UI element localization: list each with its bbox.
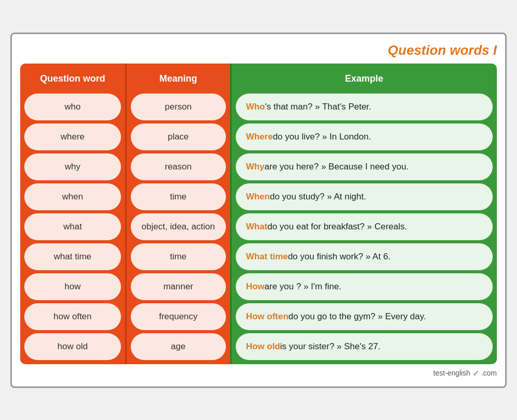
example-pill: How are you ? » I'm fine. xyxy=(236,273,493,300)
meaning-pill: person xyxy=(131,94,226,120)
question-word-pill: who xyxy=(24,94,121,120)
question-word-pill: what time xyxy=(24,243,121,270)
example-pill: Who's that man? » That's Peter. xyxy=(236,94,493,120)
meaning-column: Meaning personplacereasontimeobject, ide… xyxy=(125,64,230,364)
question-word-pill: where xyxy=(24,123,121,150)
meaning-pill: frequency xyxy=(131,303,226,330)
question-word-pill: how xyxy=(24,273,121,300)
example-column: Example Who's that man? » That's Peter.W… xyxy=(230,64,497,364)
meaning-pill: object, idea, action xyxy=(131,213,226,240)
question-word-pill: when xyxy=(24,183,121,210)
meaning-pill: manner xyxy=(131,273,226,300)
question-word-pill: how often xyxy=(24,303,121,330)
meaning-pill: age xyxy=(131,333,226,360)
example-pill: How often do you go to the gym? » Every … xyxy=(236,303,493,330)
main-card: Question words I Question word whowherew… xyxy=(10,33,507,388)
question-word-header: Question word xyxy=(24,68,121,90)
meaning-header: Meaning xyxy=(131,68,226,90)
table: Question word whowherewhywhenwhatwhat ti… xyxy=(20,64,497,364)
example-header: Example xyxy=(236,68,493,90)
example-question-word: Where xyxy=(246,132,273,142)
example-question-word: Why xyxy=(246,162,265,172)
check-icon: ✓ xyxy=(473,368,479,378)
meaning-pill: reason xyxy=(131,153,226,180)
footer: test-english✓.com xyxy=(20,368,497,378)
meaning-pill: time xyxy=(131,243,226,270)
meaning-pill: place xyxy=(131,123,226,150)
example-pill: What do you eat for breakfast? » Cereals… xyxy=(236,213,493,240)
question-word-column: Question word whowherewhywhenwhatwhat ti… xyxy=(20,64,125,364)
example-pill: What time do you finish work? » At 6. xyxy=(236,243,493,270)
question-word-pill: how old xyxy=(24,333,121,360)
example-pill: Where do you live? » In London. xyxy=(236,123,493,150)
example-question-word: How often xyxy=(246,312,288,322)
example-pill: Why are you here? » Because I need you. xyxy=(236,153,493,180)
example-question-word: How xyxy=(246,282,265,292)
footer-text: test-english xyxy=(433,369,470,377)
example-question-word: What time xyxy=(246,252,288,262)
question-word-pill: what xyxy=(24,213,121,240)
example-question-word: Who xyxy=(246,102,265,112)
example-pill: How old is your sister? » She's 27. xyxy=(236,333,493,360)
footer-domain: .com xyxy=(481,369,497,377)
question-word-pill: why xyxy=(24,153,121,180)
example-question-word: What xyxy=(246,222,268,232)
meaning-pill: time xyxy=(131,183,226,210)
example-question-word: When xyxy=(246,192,270,202)
page-title: Question words I xyxy=(20,42,497,58)
example-question-word: How old xyxy=(246,341,280,352)
example-pill: When do you study? » At night. xyxy=(236,183,493,210)
